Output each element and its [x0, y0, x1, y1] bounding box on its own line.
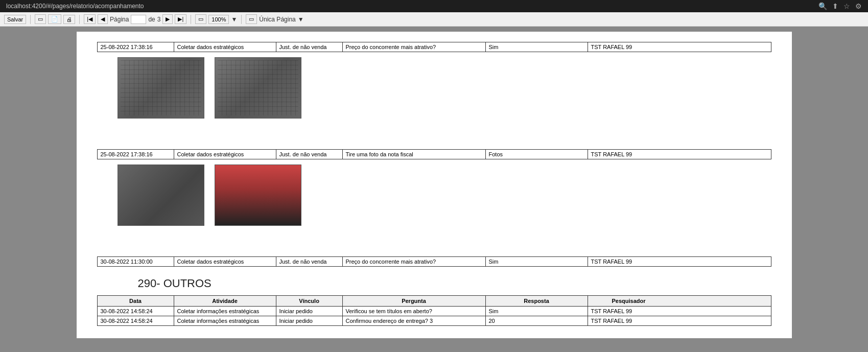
browser-bar: localhost:4200/#/pages/relatorio/acompan… — [0, 0, 868, 12]
row1-pesquisador: TST RAFAEL 99 — [588, 42, 670, 52]
browser-icons: 🔍 ⬆ ☆ ⚙ — [818, 2, 862, 10]
spacer-2 — [97, 236, 771, 256]
bottom-row-1: 30-08-2022 14:58:24 Coletar informações … — [97, 307, 771, 316]
zoom-label: ▼ — [231, 16, 237, 23]
view-mode-button[interactable]: ▭ — [246, 14, 257, 24]
bottom2-pesquisador: TST RAFAEL 99 — [588, 316, 670, 325]
data-row-3: 30-08-2022 11:30:00 Coletar dados estrat… — [97, 256, 771, 267]
row3-pergunta: Preço do concorrente mais atrativo? — [343, 257, 486, 266]
prev-page-button[interactable]: ◀ — [98, 14, 108, 24]
open-button[interactable]: 📄 — [48, 14, 61, 24]
page-container: 25-08-2022 17:38:16 Coletar dados estrat… — [77, 32, 792, 338]
toolbar-separator-1 — [30, 15, 31, 24]
row3-pesquisador: TST RAFAEL 99 — [588, 257, 670, 266]
row3-resposta: Sim — [486, 257, 588, 266]
spacer-1 — [97, 129, 771, 149]
row2-vinculo: Just. de não venda — [276, 150, 343, 159]
row1-vinculo: Just. de não venda — [276, 42, 343, 52]
row2-image-1 — [118, 165, 204, 226]
view-mode-label: Única Página — [259, 16, 295, 23]
page-total: 3 — [157, 16, 161, 23]
bottom2-resposta: 20 — [486, 316, 588, 325]
zoom-button[interactable]: 100% — [208, 15, 229, 24]
row1-date: 25-08-2022 17:38:16 — [98, 42, 174, 52]
row3-activity: Coletar dados estratégicos — [174, 257, 276, 266]
page-total-label: de — [148, 16, 155, 23]
row1-activity: Coletar dados estratégicos — [174, 42, 276, 52]
star-icon[interactable]: ☆ — [843, 2, 850, 10]
page-label: Página — [110, 16, 129, 23]
header-date: Data — [98, 296, 174, 306]
row3-vinculo: Just. de não venda — [276, 257, 343, 266]
share-icon[interactable]: ⬆ — [832, 2, 838, 10]
data-row-2: 25-08-2022 17:38:16 Coletar dados estrat… — [97, 149, 771, 159]
search-icon[interactable]: 🔍 — [818, 2, 827, 10]
row1-image-2 — [215, 57, 301, 119]
toolbar-separator-4 — [241, 15, 242, 24]
row2-pergunta: Tire uma foto da nota fiscal — [343, 150, 486, 159]
data-row-1: 25-08-2022 17:38:16 Coletar dados estrat… — [97, 42, 771, 52]
toolbar-separator-3 — [191, 15, 191, 24]
layout-button[interactable]: ▭ — [195, 14, 206, 24]
header-pesquisador: Pesquisador — [588, 296, 670, 306]
bottom1-resposta: Sim — [486, 307, 588, 316]
row1-images — [118, 52, 771, 129]
bottom1-date: 30-08-2022 14:58:24 — [98, 307, 174, 316]
section-heading: 290- OUTROS — [138, 277, 771, 290]
row2-image-2 — [215, 165, 301, 226]
first-page-button[interactable]: |◀ — [84, 14, 96, 24]
settings-icon[interactable]: ⚙ — [855, 2, 862, 10]
bottom1-activity: Coletar informações estratégicas — [174, 307, 276, 316]
bottom1-vinculo: Iniciar pedido — [276, 307, 343, 316]
row1-pergunta: Preço do concorrente mais atrativo? — [343, 42, 486, 52]
view-mode-arrow: ▼ — [298, 16, 304, 23]
table-header: Data Atividade Vínculo Pergunta Resposta… — [97, 295, 771, 307]
content-area: 25-08-2022 17:38:16 Coletar dados estrat… — [0, 27, 868, 352]
bottom-row-2: 30-08-2022 14:58:24 Coletar informações … — [97, 316, 771, 326]
row2-images — [118, 159, 771, 236]
new-page-button[interactable]: ▭ — [35, 14, 46, 24]
row1-image-1 — [118, 57, 204, 119]
save-button[interactable]: Salvar — [4, 15, 26, 24]
toolbar: Salvar ▭ 📄 🖨 |◀ ◀ Página 2 de 3 ▶ ▶| ▭ 1… — [0, 12, 868, 27]
bottom2-pergunta: Confirmou endereço de entrega? 3 — [343, 316, 486, 325]
row2-activity: Coletar dados estratégicos — [174, 150, 276, 159]
bottom1-pergunta: Verificou se tem títulos em aberto? — [343, 307, 486, 316]
row1-resposta: Sim — [486, 42, 588, 52]
bottom2-vinculo: Iniciar pedido — [276, 316, 343, 325]
header-resposta: Resposta — [486, 296, 588, 306]
bottom2-date: 30-08-2022 14:58:24 — [98, 316, 174, 325]
row2-date: 25-08-2022 17:38:16 — [98, 150, 174, 159]
page-input[interactable]: 2 — [131, 15, 146, 24]
row2-pesquisador: TST RAFAEL 99 — [588, 150, 670, 159]
next-page-button[interactable]: ▶ — [162, 14, 173, 24]
row3-date: 30-08-2022 11:30:00 — [98, 257, 174, 266]
header-pergunta: Pergunta — [343, 296, 486, 306]
row2-resposta: Fotos — [486, 150, 588, 159]
browser-url: localhost:4200/#/pages/relatorio/acompan… — [6, 3, 144, 10]
header-vinculo: Vínculo — [276, 296, 343, 306]
bottom2-activity: Coletar informações estratégicas — [174, 316, 276, 325]
toolbar-separator-2 — [79, 15, 80, 24]
print-button[interactable]: 🖨 — [63, 15, 75, 24]
header-activity: Atividade — [174, 296, 276, 306]
bottom1-pesquisador: TST RAFAEL 99 — [588, 307, 670, 316]
last-page-button[interactable]: ▶| — [175, 14, 186, 24]
